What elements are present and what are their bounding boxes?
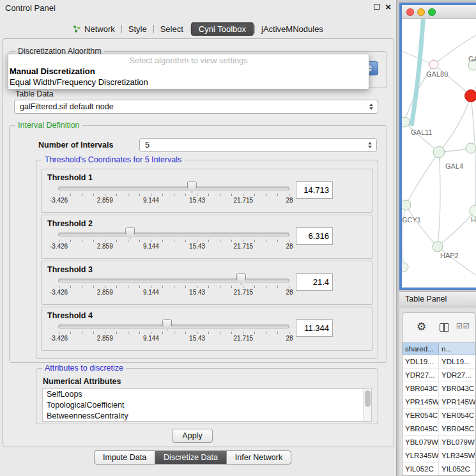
slider-thumb-icon[interactable] — [162, 319, 172, 331]
table-cell: YIL052C — [439, 463, 475, 475]
table-row[interactable]: YER054CYER054C — [403, 409, 475, 422]
threshold-slider[interactable]: -3.4262.8599.14415.4321.71528 — [58, 307, 289, 350]
apply-button[interactable]: Apply — [172, 429, 213, 443]
scale-label: 28 — [286, 197, 293, 204]
threshold-value-field[interactable]: 6.316 — [296, 227, 333, 245]
network-node[interactable] — [402, 117, 410, 127]
threshold-value-field[interactable]: 14.713 — [296, 181, 333, 199]
float-window-icon[interactable] — [374, 4, 380, 10]
screen: Control Panel × NetworkStyleSelectCyni T… — [0, 0, 476, 476]
top-tab-bar: NetworkStyleSelectCyni ToolboxjActiveMNo… — [0, 21, 396, 36]
table-cell: YLR345W — [403, 449, 439, 462]
table-cell: YIL052C — [403, 463, 439, 475]
slider-thumb-icon[interactable] — [187, 181, 197, 193]
tab-select[interactable]: Select — [155, 22, 189, 36]
table-cell: YPR145W — [403, 395, 439, 408]
gear-icon[interactable]: ⚙ — [417, 320, 426, 334]
dropdown-item-equal-width-frequency[interactable]: Equal Width/Frequency Discretization — [8, 77, 369, 88]
tab-style[interactable]: Style — [123, 22, 153, 36]
network-node[interactable] — [433, 242, 443, 252]
group-title: Attributes to discretize — [42, 364, 126, 372]
threshold-value-field[interactable]: 21.4 — [296, 273, 333, 291]
network-node[interactable] — [429, 60, 438, 69]
tab-label: Select — [160, 24, 183, 34]
node-table: shared...n... YDL19...YDL19...YDR27...YD… — [403, 342, 475, 475]
scale-label: 15.43 — [189, 335, 205, 342]
table-row[interactable]: YBR045CYBR045C — [403, 422, 475, 436]
scale-label: 28 — [286, 289, 293, 296]
zoom-traffic-light-icon[interactable] — [428, 8, 436, 16]
column-header[interactable]: n... — [439, 342, 475, 355]
tab-infer-network[interactable]: Infer Network — [226, 450, 291, 464]
close-traffic-light-icon[interactable] — [406, 8, 414, 16]
slider-scale: -3.4262.8599.14415.4321.71528 — [59, 335, 289, 342]
select-columns-checkbox-icons[interactable]: ☑☑ — [456, 322, 470, 330]
tab-separator — [121, 25, 122, 33]
table-cell: YDR27... — [439, 369, 475, 381]
minimize-traffic-light-icon[interactable] — [417, 8, 425, 16]
node-label: GAL4 — [445, 162, 463, 170]
scale-label: 21.715 — [234, 243, 254, 250]
table-row[interactable]: YPR145WYPR145W — [403, 395, 475, 409]
slider-track[interactable] — [58, 279, 289, 282]
network-node[interactable] — [466, 143, 476, 153]
tab-impute-data[interactable]: Impute Data — [94, 450, 155, 464]
slider-track[interactable] — [58, 233, 289, 236]
tab-jactivemnodules[interactable]: jActiveMNodules — [256, 22, 329, 36]
slider-ticks — [59, 194, 289, 196]
tab-network[interactable]: Network — [67, 22, 121, 36]
threshold-panel-2: Threshold 2-3.4262.8599.14415.4321.71528… — [41, 215, 373, 259]
slider-thumb-icon[interactable] — [236, 273, 246, 285]
table-row[interactable]: YDL19...YDL19... — [403, 355, 475, 369]
scale-label: -3.426 — [50, 197, 68, 204]
network-node[interactable] — [402, 200, 411, 210]
tab-cyni-toolbox[interactable]: Cyni Toolbox — [191, 22, 254, 36]
number-of-intervals-combobox[interactable]: 5 — [139, 138, 377, 152]
attribute-item[interactable]: TopologicalCoefficient — [43, 400, 371, 411]
network-view-window: GAL80GAGAL11GAL4GCY1HHAP2 — [399, 3, 476, 290]
scale-label: 9.144 — [143, 289, 159, 296]
slider-thumb-icon[interactable] — [125, 227, 135, 239]
network-node[interactable] — [470, 205, 476, 217]
threshold-value-field[interactable]: 11.344 — [296, 319, 333, 337]
table-row[interactable]: YIL052CYIL052C — [403, 463, 475, 476]
table-cell: YBR045C — [403, 422, 439, 435]
list-scrollbar[interactable] — [363, 389, 371, 421]
table-cell: YBR045C — [439, 422, 475, 435]
threshold-slider[interactable]: -3.4262.8599.14415.4321.71528 — [58, 169, 289, 212]
network-node[interactable] — [402, 263, 408, 272]
node-label: GAL11 — [411, 128, 432, 136]
table-data-combobox[interactable]: galFiltered.sif default node — [14, 100, 378, 114]
scale-label: 15.43 — [189, 243, 205, 250]
table-row[interactable]: YDR27...YDR27... — [403, 369, 475, 382]
table-row[interactable]: YBL079WYBL079W — [403, 436, 475, 449]
number-of-intervals-value: 5 — [145, 141, 150, 150]
dropdown-item-manual-discretization[interactable]: Manual Discretization — [8, 66, 369, 77]
table-row[interactable]: YLR345WYLR345W — [403, 449, 475, 463]
numerical-attributes-list[interactable]: SelfLoopsTopologicalCoefficientBetweenne… — [42, 388, 372, 422]
slider-track[interactable] — [58, 187, 289, 190]
network-canvas[interactable]: GAL80GAGAL11GAL4GCY1HHAP2 — [402, 19, 476, 288]
scale-label: 9.144 — [143, 243, 159, 250]
table-header-row: shared...n... — [403, 342, 475, 355]
threshold-slider[interactable]: -3.4262.8599.14415.4321.71528 — [58, 215, 289, 258]
table-panel-inner: ⚙ ☑☑ shared...n... YDL19...YDL19...YDR27… — [402, 312, 476, 476]
attribute-item[interactable]: SelfLoops — [43, 389, 371, 400]
tab-label: Style — [128, 24, 147, 34]
network-node[interactable] — [465, 90, 476, 102]
table-panel-title: Table Panel — [405, 295, 447, 303]
columns-icon[interactable] — [440, 323, 449, 332]
slider-track[interactable] — [58, 325, 289, 328]
network-node[interactable] — [433, 146, 445, 158]
threshold-slider[interactable]: -3.4262.8599.14415.4321.71528 — [58, 261, 289, 304]
column-header[interactable]: shared... — [403, 342, 439, 355]
combo-arrows-icon — [369, 100, 373, 113]
table-row[interactable]: YBR043CYBR043C — [403, 382, 475, 395]
tab-discretize-data[interactable]: Discretize Data — [155, 450, 227, 464]
scale-label: -3.426 — [50, 289, 68, 296]
close-icon[interactable]: × — [385, 3, 391, 10]
scale-label: 9.144 — [143, 197, 159, 204]
node-label: GA — [468, 55, 476, 63]
scale-label: 21.715 — [234, 197, 254, 204]
attribute-item[interactable]: BetweennessCentrality — [43, 411, 371, 422]
